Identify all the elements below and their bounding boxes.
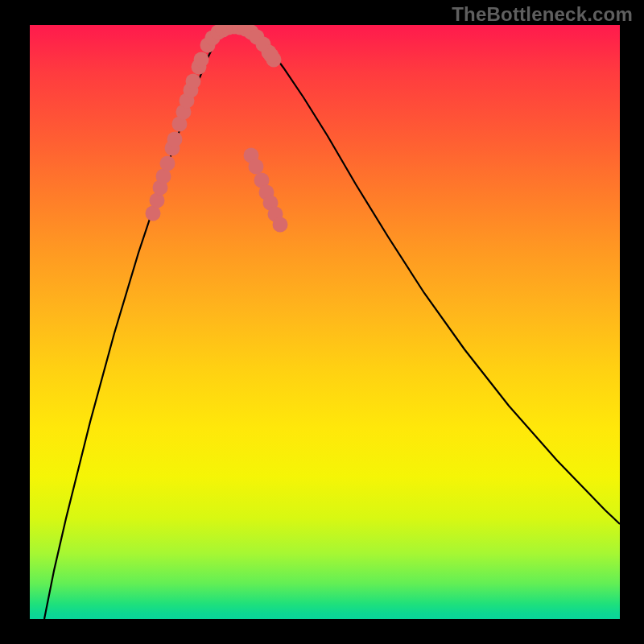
marker-dot bbox=[194, 52, 209, 68]
marker-dot bbox=[264, 48, 279, 64]
marker-dot bbox=[150, 193, 165, 208]
bottleneck-curve bbox=[44, 27, 620, 619]
marker-dot bbox=[249, 159, 264, 175]
marker-dot bbox=[186, 74, 201, 89]
watermark-text: TheBottleneck.com bbox=[452, 3, 633, 26]
chart-overlay bbox=[30, 25, 620, 619]
plot-area bbox=[30, 25, 620, 619]
marker-dot bbox=[167, 132, 183, 147]
marker-dot bbox=[160, 156, 175, 171]
markers-group bbox=[146, 25, 288, 233]
chart-frame: TheBottleneck.com bbox=[0, 0, 644, 644]
marker-dot bbox=[273, 217, 288, 233]
